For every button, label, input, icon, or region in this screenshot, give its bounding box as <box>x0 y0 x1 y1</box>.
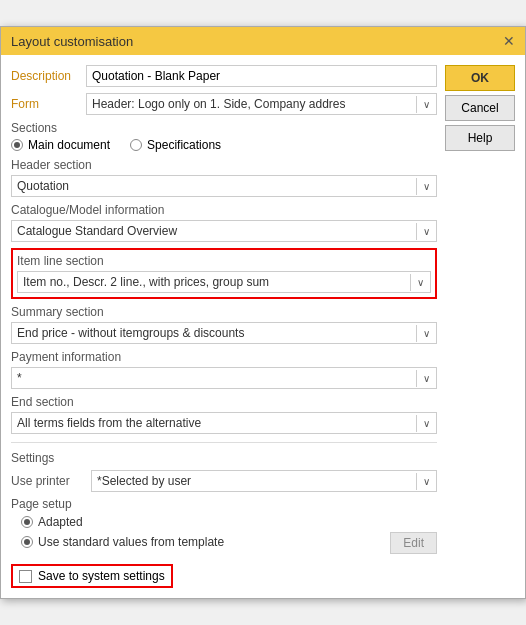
save-to-system-row: Save to system settings <box>11 564 173 588</box>
catalogue-section-value: Catalogue Standard Overview <box>12 221 416 241</box>
use-printer-select[interactable]: *Selected by user ∨ <box>91 470 437 492</box>
item-line-select[interactable]: Item no., Descr. 2 line., with prices, g… <box>17 271 431 293</box>
end-section-label: End section <box>11 395 437 409</box>
summary-section-label: Summary section <box>11 305 437 319</box>
form-dropdown-arrow: ∨ <box>416 96 436 113</box>
use-printer-row: Use printer *Selected by user ∨ <box>11 470 437 492</box>
end-dropdown-arrow: ∨ <box>416 415 436 432</box>
payment-dropdown-arrow: ∨ <box>416 370 436 387</box>
header-dropdown-arrow: ∨ <box>416 178 436 195</box>
save-to-system-checkbox[interactable] <box>19 570 32 583</box>
edit-button[interactable]: Edit <box>390 532 437 554</box>
cancel-button[interactable]: Cancel <box>445 95 515 121</box>
settings-divider <box>11 442 437 443</box>
save-to-system-label: Save to system settings <box>38 569 165 583</box>
form-select[interactable]: Header: Logo only on 1. Side, Company ad… <box>86 93 437 115</box>
side-buttons: OK Cancel Help <box>445 65 515 554</box>
specifications-radio[interactable] <box>130 139 142 151</box>
page-setup-options: Adapted Use standard values from templat… <box>21 515 437 554</box>
item-line-label: Item line section <box>17 254 431 268</box>
header-section-label: Header section <box>11 158 437 172</box>
settings-section: Settings Use printer *Selected by user ∨… <box>11 451 437 554</box>
use-printer-value: *Selected by user <box>92 471 416 491</box>
use-standard-label: Use standard values from template <box>38 535 224 549</box>
ok-button[interactable]: OK <box>445 65 515 91</box>
title-bar: Layout customisation ✕ <box>1 27 525 55</box>
summary-section-value: End price - without itemgroups & discoun… <box>12 323 416 343</box>
main-content: Description Form Header: Logo only on 1.… <box>11 65 437 554</box>
item-line-value: Item no., Descr. 2 line., with prices, g… <box>18 272 410 292</box>
dialog-title: Layout customisation <box>11 34 133 49</box>
form-select-value: Header: Logo only on 1. Side, Company ad… <box>87 94 416 114</box>
summary-section-select[interactable]: End price - without itemgroups & discoun… <box>11 322 437 344</box>
catalogue-section-label: Catalogue/Model information <box>11 203 437 217</box>
use-printer-label: Use printer <box>11 474 91 488</box>
dialog-body: Description Form Header: Logo only on 1.… <box>1 55 525 564</box>
main-document-label: Main document <box>28 138 110 152</box>
item-line-dropdown-arrow: ∨ <box>410 274 430 291</box>
sections-label: Sections <box>11 121 437 135</box>
main-document-radio[interactable] <box>11 139 23 151</box>
description-row: Description <box>11 65 437 87</box>
use-standard-row: Use standard values from template Edit <box>21 532 437 554</box>
layout-customisation-dialog: Layout customisation ✕ Description Form … <box>0 26 526 599</box>
catalogue-dropdown-arrow: ∨ <box>416 223 436 240</box>
payment-section-label: Payment information <box>11 350 437 364</box>
adapted-label: Adapted <box>38 515 83 529</box>
header-section-value: Quotation <box>12 176 416 196</box>
sections-radios: Main document Specifications <box>11 138 437 152</box>
use-standard-radio[interactable] <box>21 536 33 548</box>
adapted-option[interactable]: Adapted <box>21 515 437 529</box>
bottom-area: Save to system settings <box>1 564 525 598</box>
payment-section-select[interactable]: * ∨ <box>11 367 437 389</box>
main-document-radio-group[interactable]: Main document <box>11 138 110 152</box>
use-standard-option[interactable]: Use standard values from template <box>21 535 224 549</box>
payment-section-value: * <box>12 368 416 388</box>
specifications-label: Specifications <box>147 138 221 152</box>
header-section-select[interactable]: Quotation ∨ <box>11 175 437 197</box>
item-line-section-container: Item line section Item no., Descr. 2 lin… <box>11 248 437 299</box>
description-input[interactable] <box>86 65 437 87</box>
description-label: Description <box>11 69 86 83</box>
summary-dropdown-arrow: ∨ <box>416 325 436 342</box>
catalogue-section-select[interactable]: Catalogue Standard Overview ∨ <box>11 220 437 242</box>
settings-title: Settings <box>11 451 437 465</box>
help-button[interactable]: Help <box>445 125 515 151</box>
use-printer-dropdown-arrow: ∨ <box>416 473 436 490</box>
form-label: Form <box>11 97 86 111</box>
specifications-radio-group[interactable]: Specifications <box>130 138 221 152</box>
adapted-radio[interactable] <box>21 516 33 528</box>
end-section-select[interactable]: All terms fields from the alternative ∨ <box>11 412 437 434</box>
page-setup-label: Page setup <box>11 497 437 511</box>
close-button[interactable]: ✕ <box>503 33 515 49</box>
form-row: Form Header: Logo only on 1. Side, Compa… <box>11 93 437 115</box>
end-section-value: All terms fields from the alternative <box>12 413 416 433</box>
